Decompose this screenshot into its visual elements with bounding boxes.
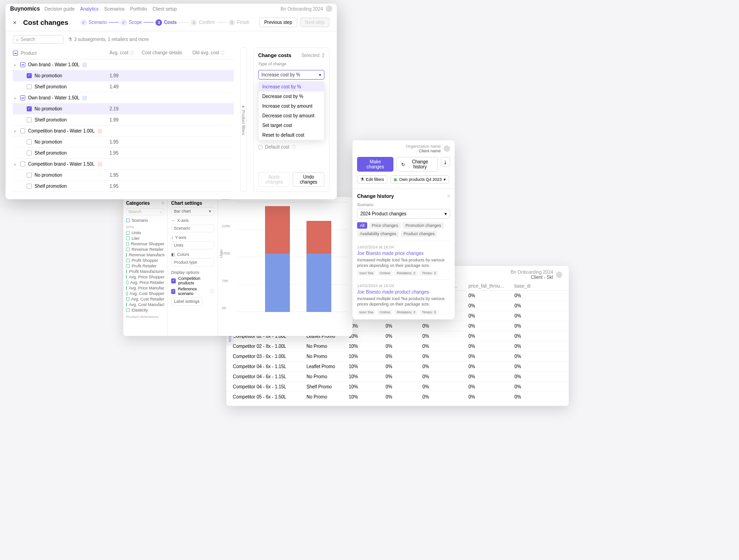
product-group-row[interactable]: ▸Competition brand - Water 1.50L bbox=[13, 159, 234, 170]
close-icon[interactable]: × bbox=[447, 193, 450, 199]
step-scenario[interactable]: ✓Scenario bbox=[81, 19, 107, 26]
row-checkbox[interactable] bbox=[27, 84, 32, 89]
change-type-select[interactable]: Increase cost by %▾ bbox=[258, 70, 324, 80]
product-search[interactable]: ⌕Search bbox=[13, 35, 64, 44]
row-checkbox[interactable] bbox=[20, 128, 25, 133]
filter-chip[interactable]: All bbox=[357, 222, 367, 229]
nav-portfolio[interactable]: Portfolio bbox=[130, 6, 147, 12]
reference-toggle[interactable]: Reference scenarioⓘ bbox=[171, 287, 214, 296]
product-group-row[interactable]: ▸Own brand - Water 1.50L bbox=[13, 92, 234, 104]
product-row[interactable]: No promotion1.95 bbox=[13, 170, 234, 181]
product-row[interactable]: No promotion2.19 bbox=[13, 104, 234, 115]
avatar[interactable] bbox=[556, 271, 562, 278]
scenario-field[interactable]: Scenario bbox=[126, 218, 164, 223]
kpi-item[interactable]: Liter bbox=[126, 236, 164, 241]
kpi-item[interactable]: Elasticity bbox=[126, 307, 164, 313]
table-row[interactable]: Competitor 02 - 8x - 1.00LNo Promo10%0%0… bbox=[226, 341, 569, 352]
chevron-right-icon[interactable]: ▸ bbox=[13, 63, 17, 67]
colors-select[interactable]: Product type bbox=[171, 258, 214, 266]
nav-scenarios[interactable]: Scenarios bbox=[104, 6, 124, 12]
kpi-item[interactable]: Units bbox=[126, 230, 164, 236]
xaxis-select[interactable]: Scenario bbox=[171, 224, 214, 232]
change-history-button[interactable]: ↻Change history bbox=[396, 157, 438, 172]
avatar[interactable] bbox=[326, 6, 332, 12]
filter-chip[interactable]: Promotion changes bbox=[403, 222, 444, 229]
kpi-item[interactable]: Avg. Cost Shopper bbox=[126, 291, 164, 296]
step-costs[interactable]: 3Costs bbox=[156, 19, 177, 26]
make-changes-button[interactable]: Make changes bbox=[357, 157, 393, 172]
scenario-select[interactable]: 2024 Product changes▾ bbox=[357, 209, 450, 219]
row-checkbox[interactable] bbox=[27, 173, 32, 178]
entry-link[interactable]: Joe Bisesto made product changes bbox=[357, 289, 450, 294]
entry-link[interactable]: Joe Bisesto made price changes bbox=[357, 251, 450, 256]
table-row[interactable]: Competitor 03 - 6x - 1.00LNo Promo10%0%0… bbox=[226, 352, 569, 362]
product-row[interactable]: Shelf promotion1.95 bbox=[13, 148, 234, 159]
row-checkbox[interactable] bbox=[27, 184, 32, 189]
brand-logo[interactable]: Buynomics bbox=[10, 6, 40, 12]
kpi-item[interactable]: Revenue Shopper bbox=[126, 241, 164, 247]
row-checkbox[interactable] bbox=[20, 162, 25, 167]
previous-step-button[interactable]: Previous step bbox=[259, 17, 297, 27]
product-group-row[interactable]: ▸Competition brand - Water 1.00L bbox=[13, 126, 234, 137]
edit-filters-button[interactable]: ⚗Edit filters bbox=[357, 175, 387, 184]
kpi-item[interactable]: Revenue Retailer bbox=[126, 247, 164, 252]
kpi-item[interactable]: Profit Shopper bbox=[126, 258, 164, 263]
filter-chip[interactable]: Price changes bbox=[369, 222, 401, 229]
table-row[interactable]: Competitor 04 - 6x - 1.15LShelf Promo10%… bbox=[226, 382, 569, 392]
kpi-item[interactable]: Avg. Price Shopper bbox=[126, 274, 164, 280]
change-type-option[interactable]: Decrease cost by % bbox=[259, 92, 324, 101]
row-checkbox[interactable] bbox=[27, 150, 32, 156]
kpi-item[interactable]: Revenue Manufactu… bbox=[126, 252, 164, 258]
kpi-item[interactable]: Avg. Cost Manufact… bbox=[126, 302, 164, 307]
chevron-right-icon[interactable]: ▸ bbox=[13, 129, 17, 133]
avatar[interactable] bbox=[444, 145, 450, 152]
undo-changes-button[interactable]: Undo changes bbox=[293, 172, 324, 187]
product-row[interactable]: Shelf promotion1.99 bbox=[13, 115, 234, 126]
category-search[interactable]: Search⌕ bbox=[126, 208, 164, 215]
change-type-option[interactable]: Reset to default cost bbox=[259, 130, 324, 140]
kpi-item[interactable]: Profit Retailer bbox=[126, 263, 164, 269]
change-type-option[interactable]: Increase cost by % bbox=[259, 82, 324, 92]
kpi-item[interactable]: Avg. Price Manufact… bbox=[126, 285, 164, 291]
table-row[interactable]: Competitor 04 - 6x - 1.15LNo Promo10%0%0… bbox=[226, 372, 569, 382]
step-finish[interactable]: 5Finish bbox=[229, 19, 249, 26]
product-group-row[interactable]: ▸Own brand - Water 1.00L bbox=[13, 59, 234, 70]
row-checkbox[interactable] bbox=[20, 95, 25, 100]
product-filters-toggle[interactable]: ▸ Product filters bbox=[240, 47, 247, 192]
chevron-right-icon[interactable]: ▸ bbox=[13, 162, 17, 167]
row-checkbox[interactable] bbox=[27, 139, 32, 144]
row-checkbox[interactable] bbox=[27, 73, 32, 78]
product-row[interactable]: Shelf promotion1.95 bbox=[13, 181, 234, 192]
nav-client-setup[interactable]: Client setup bbox=[152, 6, 177, 12]
row-checkbox[interactable] bbox=[27, 117, 32, 122]
nav-decision-guide[interactable]: Decision guide bbox=[45, 6, 75, 12]
step-confirm[interactable]: 4Confirm bbox=[191, 19, 215, 26]
change-type-option[interactable]: Set target cost bbox=[259, 121, 324, 130]
default-cost-radio[interactable]: Default costⓘ bbox=[258, 144, 324, 150]
filter-chip[interactable]: Product changes bbox=[401, 231, 438, 237]
close-icon[interactable]: × bbox=[162, 201, 164, 206]
yaxis-select[interactable]: Units bbox=[171, 241, 214, 249]
table-row[interactable]: Competitor 04 - 6x - 1.15LLeaflet Promo1… bbox=[226, 362, 569, 372]
label-settings-button[interactable]: Label settings bbox=[171, 297, 202, 306]
change-type-option[interactable]: Increase cost by amount bbox=[259, 101, 324, 111]
preset-select[interactable]: ▣Own products Q4 2023▾ bbox=[390, 175, 450, 184]
download-button[interactable]: ⭳ bbox=[441, 157, 450, 167]
kpi-item[interactable]: Profit Manufacturer bbox=[126, 269, 164, 274]
product-row[interactable]: No promotion1.95 bbox=[13, 137, 234, 148]
close-icon[interactable]: × bbox=[13, 19, 17, 26]
row-checkbox[interactable] bbox=[27, 106, 32, 111]
product-row[interactable]: Shelf promotion1.49 bbox=[13, 81, 234, 92]
kpi-item[interactable]: Avg. Cost Retailer bbox=[126, 296, 164, 302]
step-scope[interactable]: ✓Scope bbox=[121, 19, 142, 26]
product-row[interactable]: No promotion1.99 bbox=[13, 70, 234, 81]
filter-summary[interactable]: ⚗3 subsegments, 1 retailers and more bbox=[68, 37, 149, 42]
nav-analytics[interactable]: Analytics bbox=[80, 6, 98, 12]
kpi-item[interactable]: Avg. Price Retailer bbox=[126, 280, 164, 285]
change-type-option[interactable]: Decrease cost by amount bbox=[259, 111, 324, 121]
chart-type-select[interactable]: Bar chart▾ bbox=[171, 207, 214, 215]
chevron-right-icon[interactable]: ▸ bbox=[13, 96, 17, 100]
select-all-checkbox[interactable] bbox=[13, 51, 18, 56]
table-row[interactable]: Competitor 05 - 6x - 1.50LNo Promo10%0%0… bbox=[226, 392, 569, 402]
row-checkbox[interactable] bbox=[20, 62, 25, 67]
